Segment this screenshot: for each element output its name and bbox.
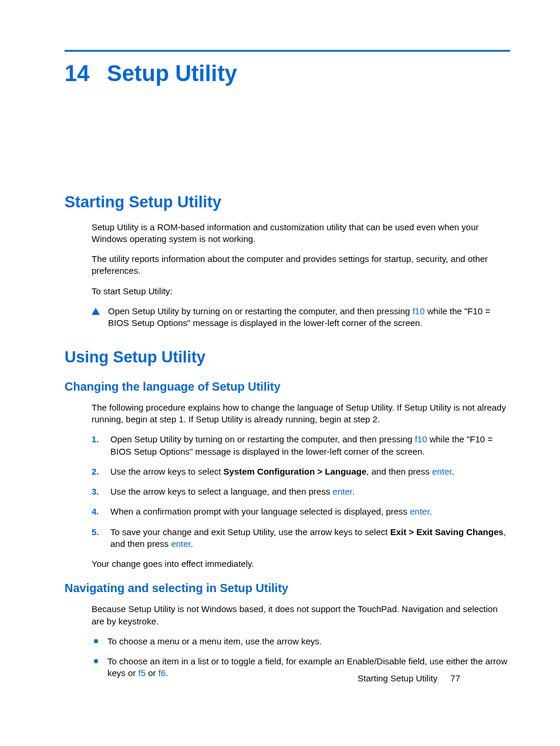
- list-item: To choose a menu or a menu item, use the…: [94, 636, 510, 647]
- bullet-text: To choose a menu or a menu item, use the…: [107, 636, 322, 647]
- step-number: 4.: [92, 506, 102, 518]
- section-heading-using: Using Setup Utility: [65, 347, 510, 368]
- paragraph: The following procedure explains how to …: [92, 402, 510, 426]
- step-text: When a confirmation prompt with your lan…: [110, 506, 432, 518]
- list-item: 3. Use the arrow keys to select a langua…: [92, 486, 510, 498]
- paragraph: Because Setup Utility is not Windows bas…: [92, 603, 510, 627]
- section-heading-starting: Starting Setup Utility: [65, 191, 510, 213]
- list-item: 2. Use the arrow keys to select System C…: [92, 466, 510, 478]
- text: Open Setup Utility by turning on or rest…: [110, 434, 415, 444]
- key-enter: enter: [171, 539, 190, 549]
- paragraph: To start Setup Utility:: [92, 285, 510, 297]
- text: When a confirmation prompt with your lan…: [110, 506, 410, 516]
- text: Use the arrow keys to select: [110, 466, 224, 476]
- key-enter: enter: [410, 506, 429, 516]
- list-item: 5. To save your change and exit Setup Ut…: [92, 526, 510, 550]
- footer-section-title: Starting Setup Utility: [357, 673, 437, 683]
- key-enter: enter: [432, 466, 451, 476]
- key-f6: f6: [158, 668, 166, 678]
- step-text: To save your change and exit Setup Utili…: [110, 526, 510, 550]
- key-f10: f10: [413, 306, 425, 316]
- triangle-bullet-icon: [92, 308, 100, 315]
- text: Open Setup Utility by turning on or rest…: [108, 306, 413, 316]
- text: .: [451, 466, 454, 476]
- step-text: Use the arrow keys to select a language,…: [110, 486, 355, 498]
- step-text: Open Setup Utility by turning on or rest…: [108, 305, 510, 330]
- key-f5: f5: [139, 668, 146, 678]
- text: .: [430, 506, 432, 516]
- paragraph: Your change goes into effect immediately…: [92, 558, 510, 570]
- key-enter: enter: [333, 486, 352, 496]
- subsection-heading-navigating: Navigating and selecting in Setup Utilit…: [65, 580, 510, 596]
- list-item: 4. When a confirmation prompt with your …: [92, 506, 510, 518]
- text: , and then press: [366, 466, 432, 476]
- chapter-heading: 14 Setup Utility: [65, 59, 510, 89]
- procedure-step: Open Setup Utility by turning on or rest…: [92, 305, 510, 330]
- text: To save your change and exit Setup Utili…: [110, 527, 390, 537]
- paragraph: Setup Utility is a ROM-based information…: [92, 221, 510, 246]
- step-text: Use the arrow keys to select System Conf…: [110, 466, 454, 478]
- text: .: [191, 539, 193, 549]
- step-text: Open Setup Utility by turning on or rest…: [110, 434, 510, 458]
- step-number: 3.: [92, 486, 102, 498]
- step-number: 1.: [92, 434, 102, 445]
- list-item: 1. Open Setup Utility by turning on or r…: [92, 434, 510, 458]
- key-f10: f10: [415, 434, 427, 444]
- text: .: [352, 486, 355, 496]
- page-footer: Starting Setup Utility 77: [357, 673, 460, 684]
- page-number: 77: [450, 673, 460, 683]
- text: .: [166, 668, 168, 678]
- chapter-number: 14: [65, 59, 89, 89]
- chapter-title: Setup Utility: [107, 59, 237, 89]
- text: or: [146, 668, 158, 678]
- step-number: 2.: [92, 466, 102, 478]
- top-rule: [65, 50, 510, 52]
- subsection-heading-language: Changing the language of Setup Utility: [65, 379, 510, 395]
- menu-path: System Configuration > Language: [224, 466, 367, 476]
- paragraph: The utility reports information about th…: [92, 253, 510, 277]
- menu-path: Exit > Exit Saving Changes: [390, 527, 504, 537]
- step-number: 5.: [92, 526, 102, 538]
- text: Use the arrow keys to select a language,…: [110, 486, 333, 496]
- bullet-icon: [94, 659, 98, 663]
- bullet-icon: [94, 639, 98, 643]
